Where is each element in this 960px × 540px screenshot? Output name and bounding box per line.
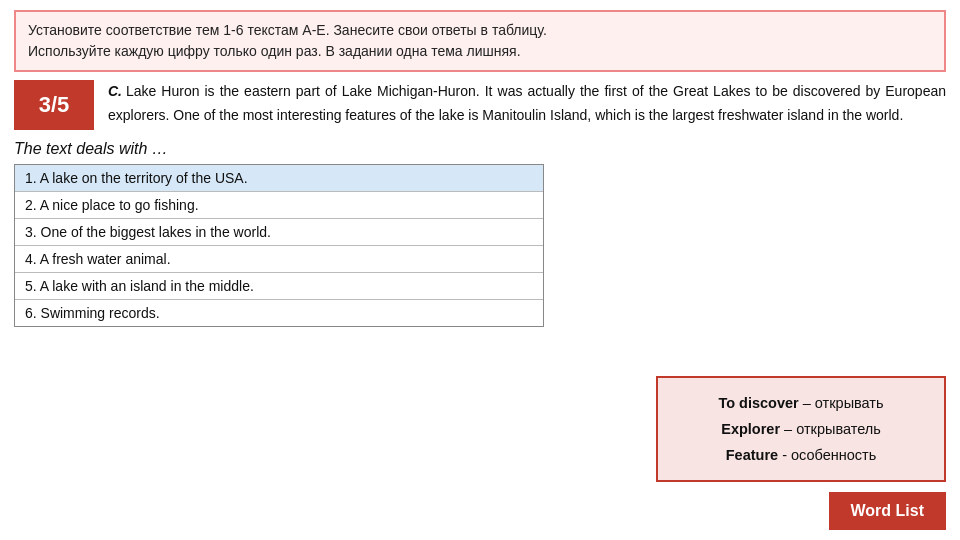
word-list-button[interactable]: Word List xyxy=(829,492,946,530)
passage-text: C.Lake Huron is the eastern part of Lake… xyxy=(108,80,946,130)
tooltip-box: To discover – открыватьExplorer – открыв… xyxy=(656,376,946,482)
option-item-4[interactable]: 4. A fresh water animal. xyxy=(15,246,543,273)
tooltip-entry: Feature - особенность xyxy=(676,442,926,468)
tooltip-entry: Explorer – открыватель xyxy=(676,416,926,442)
option-item-3[interactable]: 3. One of the biggest lakes in the world… xyxy=(15,219,543,246)
progress-badge: 3/5 xyxy=(14,80,94,130)
content-area: 3/5 C.Lake Huron is the eastern part of … xyxy=(14,80,946,130)
passage-label: C. xyxy=(108,83,122,99)
option-item-2[interactable]: 2. A nice place to go fishing. xyxy=(15,192,543,219)
question-section: The text deals with … 1. A lake on the t… xyxy=(14,140,946,327)
instruction-box: Установите соответствие тем 1-6 текстам … xyxy=(14,10,946,72)
tooltip-entry: To discover – открывать xyxy=(676,390,926,416)
option-item-6[interactable]: 6. Swimming records. xyxy=(15,300,543,326)
instruction-line1: Установите соответствие тем 1-6 текстам … xyxy=(28,20,932,41)
question-text: The text deals with … xyxy=(14,140,946,158)
option-item-1[interactable]: 1. A lake on the territory of the USA. xyxy=(15,165,543,192)
options-container: 1. A lake on the territory of the USA.2.… xyxy=(14,164,544,327)
option-item-5[interactable]: 5. A lake with an island in the middle. xyxy=(15,273,543,300)
passage-body: Lake Huron is the eastern part of Lake M… xyxy=(108,83,946,123)
instruction-line2: Используйте каждую цифру только один раз… xyxy=(28,41,932,62)
